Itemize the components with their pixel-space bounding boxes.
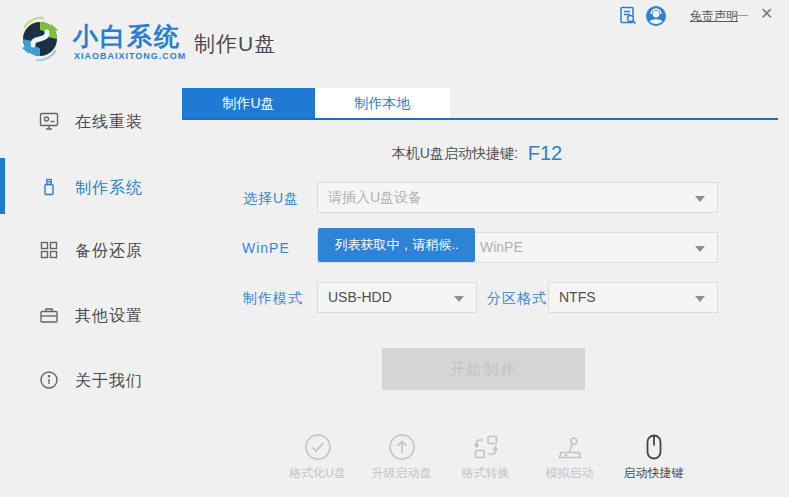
sidebar-item-label: 备份还原 [75,241,143,262]
mode-select-dropdown[interactable]: USB-HDD [317,282,477,313]
usb-select-placeholder: 请插入U盘设备 [328,189,422,205]
footer-action-label: 格式化U盘 [276,465,360,482]
loading-toast: 列表获取中，请稍候.. [318,228,475,262]
usb-drive-icon [38,176,60,198]
sidebar-item-label: 在线重装 [75,112,143,133]
check-circle-icon [303,432,333,462]
boot-hotkey-label: 本机U盘启动快捷键: [392,145,518,161]
footer-toolbar: 格式化U盘 升级启动盘 格式 [182,432,789,482]
feedback-doc-icon[interactable] [617,5,639,27]
grid-icon [38,239,60,261]
sidebar-item-label: 制作系统 [75,178,143,199]
brand-name: 小白系统 [73,20,181,53]
chevron-down-icon [695,196,705,202]
winpe-select-label: WinPE [242,240,290,256]
sidebar-item-make-system[interactable]: 制作系统 [0,173,182,203]
customer-service-icon[interactable] [645,5,667,27]
winpe-select-value: WinPE [480,239,523,255]
close-button[interactable]: ✕ [760,4,773,23]
tab-make-local[interactable]: 制作本地 [315,88,450,118]
footer-action-label: 升级启动盘 [360,465,444,482]
arrow-up-circle-icon [387,432,417,462]
format-convert-icon [471,432,501,462]
joystick-icon [555,432,585,462]
boot-hotkey-value: F12 [528,142,562,164]
chevron-down-icon [695,296,705,302]
sidebar-item-label: 其他设置 [75,306,143,327]
mode-select-value: USB-HDD [328,289,392,305]
sidebar-item-backup-restore[interactable]: 备份还原 [0,236,182,266]
mode-select-label: 制作模式 [243,290,303,308]
mouse-icon [639,432,669,462]
sidebar-item-about-us[interactable]: 关于我们 [0,366,182,396]
disclaimer-link[interactable]: 免责声明 [690,8,738,25]
minimize-button[interactable]: — [734,6,748,22]
sidebar-item-label: 关于我们 [75,371,143,392]
brand-domain: XIAOBAIXITONG.COM [74,51,186,61]
usb-select-dropdown[interactable]: 请插入U盘设备 [317,182,718,213]
partition-select-label: 分区格式 [487,290,547,308]
boot-hotkey-line: 本机U盘启动快捷键: F12 [182,142,772,165]
page-title: 制作U盘 [194,30,276,58]
sidebar-item-other-settings[interactable]: 其他设置 [0,301,182,331]
footer-action-upgrade-boot-disk[interactable]: 升级启动盘 [360,432,444,482]
toolbox-icon [38,304,60,326]
footer-action-label: 格式转换 [444,465,528,482]
footer-action-format-convert[interactable]: 格式转换 [444,432,528,482]
tab-make-usb[interactable]: 制作U盘 [182,88,315,118]
sidebar-item-online-reinstall[interactable]: 在线重装 [0,107,182,137]
footer-action-label: 启动快捷键 [612,465,696,482]
app-logo-sync-arrows-icon [17,16,63,62]
chevron-down-icon [695,246,705,252]
footer-action-boot-hotkey[interactable]: 启动快捷键 [612,432,696,482]
partition-select-value: NTFS [559,289,596,305]
monitor-icon [38,110,60,132]
footer-action-format-usb[interactable]: 格式化U盘 [276,432,360,482]
start-make-button[interactable]: 开始制作 [382,348,585,390]
partition-select-dropdown[interactable]: NTFS [548,282,718,313]
usb-select-label: 选择U盘 [243,190,299,208]
active-indicator-bar [0,158,5,214]
footer-action-simulate-boot[interactable]: 模拟启动 [528,432,612,482]
app-window: 小白系统 XIAOBAIXITONG.COM 制作U盘 免责声明 — ✕ [0,0,789,497]
info-icon [38,369,60,391]
footer-action-label: 模拟启动 [528,465,612,482]
tab-underline [182,118,778,120]
chevron-down-icon [454,296,464,302]
